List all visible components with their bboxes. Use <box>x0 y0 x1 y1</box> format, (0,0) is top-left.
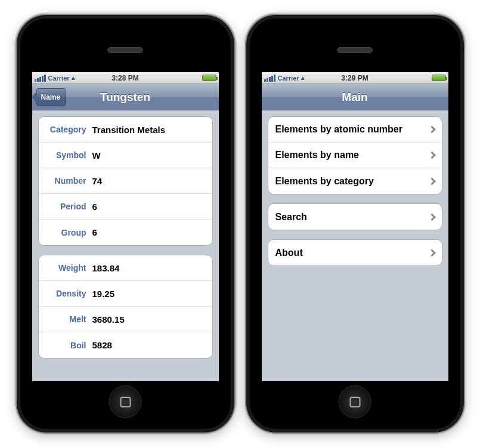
home-icon <box>120 397 131 407</box>
speaker-grill <box>337 47 373 53</box>
menu-group-elements: Elements by atomic number Elements by na… <box>268 116 442 194</box>
table-row: Group6 <box>39 220 212 245</box>
row-value: 6 <box>92 227 97 237</box>
device-frame: Carrier ▴ 3:29 PM Main Elements by atomi… <box>250 18 460 429</box>
menu-group-search: Search <box>268 203 442 230</box>
chevron-right-icon <box>428 152 436 159</box>
menu-label: Search <box>275 212 307 223</box>
content[interactable]: CategoryTransition Metals SymbolW Number… <box>32 110 219 381</box>
row-value: 74 <box>92 176 103 186</box>
table-row: Period6 <box>39 194 212 220</box>
chevron-right-icon <box>428 249 436 257</box>
back-label: Name <box>39 93 61 101</box>
nav-bar: Name Tungsten <box>32 84 219 110</box>
carrier-label: Carrier <box>48 75 70 82</box>
row-value: 3680.15 <box>92 314 125 325</box>
back-button[interactable]: Name <box>36 88 67 106</box>
home-button[interactable] <box>339 385 371 418</box>
properties-group-2: Weight183.84 Density19.25 Melt3680.15 Bo… <box>38 255 213 359</box>
table-row: SymbolW <box>39 143 212 168</box>
screen: Carrier ▴ 3:29 PM Main Elements by atomi… <box>262 72 448 381</box>
content[interactable]: Elements by atomic number Elements by na… <box>262 110 448 381</box>
menu-item-category[interactable]: Elements by category <box>268 168 442 194</box>
chevron-right-icon <box>428 126 436 134</box>
row-label: Density <box>46 289 86 298</box>
row-label: Boil <box>46 341 86 350</box>
menu-label: Elements by atomic number <box>275 124 402 135</box>
menu-item-name[interactable]: Elements by name <box>268 143 442 168</box>
row-label: Weight <box>46 263 86 273</box>
table-row: CategoryTransition Metals <box>39 117 212 143</box>
table-row: Density19.25 <box>39 281 212 307</box>
row-value: 6 <box>92 202 97 212</box>
home-button[interactable] <box>109 385 142 418</box>
row-value: 5828 <box>92 340 112 350</box>
device-right: Carrier ▴ 3:29 PM Main Elements by atomi… <box>246 15 464 432</box>
properties-group-1: CategoryTransition Metals SymbolW Number… <box>38 116 213 246</box>
battery-icon <box>432 75 446 81</box>
menu-group-about: About <box>268 239 442 266</box>
speaker-grill <box>107 47 143 53</box>
menu-label: About <box>275 248 303 258</box>
carrier-label: Carrier <box>278 75 299 82</box>
clock: 3:28 PM <box>112 74 138 82</box>
signal-icon <box>35 75 46 82</box>
row-label: Group <box>46 228 86 237</box>
page-title: Main <box>342 91 367 104</box>
row-label: Symbol <box>46 150 86 160</box>
menu-item-search[interactable]: Search <box>268 204 442 230</box>
chevron-right-icon <box>428 213 436 221</box>
table-row: Melt3680.15 <box>39 307 212 332</box>
device-left: Carrier ▴ 3:28 PM Name Tungsten Category… <box>17 15 234 432</box>
nav-bar: Main <box>262 84 448 110</box>
row-value: 183.84 <box>92 263 120 273</box>
page-title: Tungsten <box>100 91 150 104</box>
signal-icon <box>264 75 275 82</box>
table-row: Weight183.84 <box>39 255 212 281</box>
chevron-right-icon <box>428 177 436 185</box>
menu-label: Elements by name <box>275 150 360 160</box>
row-value: 19.25 <box>92 289 115 299</box>
row-label: Number <box>46 176 86 186</box>
screen: Carrier ▴ 3:28 PM Name Tungsten Category… <box>32 72 219 381</box>
home-icon <box>349 397 360 407</box>
clock: 3:29 PM <box>341 74 368 82</box>
battery-icon <box>202 75 216 81</box>
menu-label: Elements by category <box>275 176 374 187</box>
menu-item-atomic-number[interactable]: Elements by atomic number <box>268 117 442 143</box>
row-label: Melt <box>46 314 86 324</box>
row-value: W <box>92 150 101 160</box>
device-frame: Carrier ▴ 3:28 PM Name Tungsten Category… <box>20 18 231 429</box>
row-label: Category <box>46 125 86 134</box>
menu-item-about[interactable]: About <box>268 240 442 265</box>
row-value: Transition Metals <box>92 125 166 135</box>
table-row: Number74 <box>39 168 212 194</box>
status-bar: Carrier ▴ 3:29 PM <box>262 72 448 84</box>
table-row: Boil5828 <box>39 332 212 358</box>
row-label: Period <box>46 202 86 211</box>
status-bar: Carrier ▴ 3:28 PM <box>32 72 219 84</box>
